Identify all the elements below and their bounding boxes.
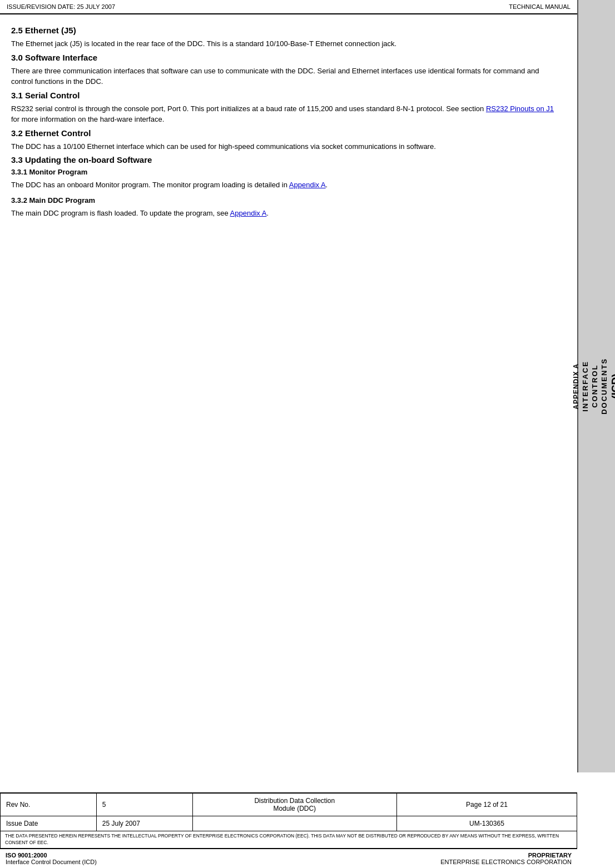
section-2-5-body: The Ethernet jack (J5) is located in the… <box>11 38 561 49</box>
section-3-3-2-body: The main DDC program is flash loaded. To… <box>11 208 561 219</box>
section-3-1-text-before: RS232 serial control is through the cons… <box>11 104 486 113</box>
section-3-0-title: 3.0 Software Interface <box>11 53 561 62</box>
footer-disclaimer-row: THE DATA PRESENTED HEREIN REPRESENTS THE… <box>1 831 577 849</box>
section-3-3-1-text-before: The DDC has an onboard Monitor program. … <box>11 181 289 189</box>
section-3-2-body: The DDC has a 10/100 Ethernet interface … <box>11 141 561 152</box>
footer-issue-label: Issue Date <box>1 816 97 831</box>
footer-issue-value: 25 July 2007 <box>96 816 192 831</box>
section-3-3-1-text-after: . <box>326 181 328 189</box>
section-2-5: 2.5 Ethernet (J5) The Ethernet jack (J5)… <box>11 26 561 49</box>
section-3-1-body: RS232 serial control is through the cons… <box>11 103 561 125</box>
section-3-1-text-after: for more information on the hard-ware in… <box>11 115 164 123</box>
section-3-0-body: There are three communication interfaces… <box>11 66 561 87</box>
footer-doc-number: UM-130365 <box>396 816 577 831</box>
footer-iso-info: ISO 9001:2000 Interface Control Document… <box>6 852 97 865</box>
rs232-pinouts-link[interactable]: RS232 Pinouts on J1 <box>486 104 554 113</box>
footer-page-number: Page 12 of 21 <box>396 793 577 816</box>
iso-sub: Interface Control Document (ICD) <box>6 859 97 865</box>
proprietary-label: PROPRIETARY <box>440 852 572 859</box>
side-tab-appendix: APPENDIX A <box>572 363 580 410</box>
side-tab-interface: INTERFACE <box>581 361 589 412</box>
iso-label: ISO 9001:2000 <box>6 852 97 859</box>
section-3-3-2-title: 3.3.2 Main DDC Program <box>11 196 561 204</box>
section-3-3-title: 3.3 Updating the on-board Software <box>11 155 561 164</box>
section-2-5-title: 2.5 Ethernet (J5) <box>11 26 561 35</box>
appendix-a-link-1[interactable]: Appendix A <box>289 181 326 189</box>
section-3-3-1-body: The DDC has an onboard Monitor program. … <box>11 179 561 191</box>
header-doc-type: TECHNICAL MANUAL <box>509 3 571 10</box>
proprietary-sub: ENTERPRISE ELECTRONICS CORPORATION <box>440 859 572 865</box>
header-issue-date: ISSUE/REVISION DATE: 25 JULY 2007 <box>7 3 115 10</box>
footer-table: Rev No. 5 Distribution Data CollectionMo… <box>0 792 577 849</box>
section-3-1-title: 3.1 Serial Control <box>11 91 561 100</box>
appendix-a-link-2[interactable]: Appendix A <box>230 209 267 217</box>
section-3-3-1: 3.3.1 Monitor Program The DDC has an onb… <box>11 168 561 191</box>
section-3-1: 3.1 Serial Control RS232 serial control … <box>11 91 561 125</box>
side-tab-icd: (ICD) <box>609 373 616 398</box>
footer-row-1: Rev No. 5 Distribution Data CollectionMo… <box>1 793 577 816</box>
footer-row-2: Issue Date 25 July 2007 UM-130365 <box>1 816 577 831</box>
section-3-3-2-text-before: The main DDC program is flash loaded. To… <box>11 209 230 217</box>
side-tab-documents: DOCUMENTS <box>600 358 608 415</box>
footer-doc-center-2 <box>192 816 396 831</box>
footer-rev-value: 5 <box>96 793 192 816</box>
section-3-3-2-text-after: . <box>266 209 269 217</box>
section-3-0: 3.0 Software Interface There are three c… <box>11 53 561 87</box>
footer-disclaimer: THE DATA PRESENTED HEREIN REPRESENTS THE… <box>1 831 577 849</box>
side-tab-text: APPENDIX A INTERFACE CONTROL DOCUMENTS (… <box>572 358 616 415</box>
footer-rev-label: Rev No. <box>1 793 97 816</box>
footer-bottom: ISO 9001:2000 Interface Control Document… <box>0 849 577 868</box>
section-3-3: 3.3 Updating the on-board Software 3.3.1… <box>11 155 561 218</box>
side-tab: APPENDIX A INTERFACE CONTROL DOCUMENTS (… <box>577 0 615 772</box>
side-tab-control: CONTROL <box>591 365 599 408</box>
section-3-2-title: 3.2 Ethernet Control <box>11 128 561 138</box>
footer-doc-center-1: Distribution Data CollectionModule (DDC) <box>192 793 396 816</box>
section-3-3-1-title: 3.3.1 Monitor Program <box>11 168 561 176</box>
footer-proprietary-info: PROPRIETARY ENTERPRISE ELECTRONICS CORPO… <box>440 852 572 865</box>
section-3-2: 3.2 Ethernet Control The DDC has a 10/10… <box>11 128 561 152</box>
section-3-3-2: 3.3.2 Main DDC Program The main DDC prog… <box>11 196 561 219</box>
